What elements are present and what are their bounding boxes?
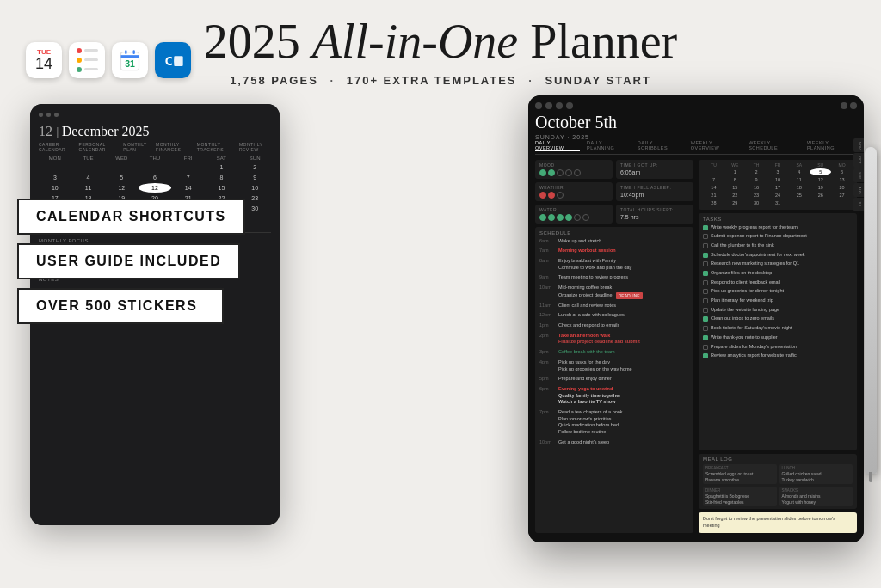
task-7: Respond to client feedback email <box>703 279 853 286</box>
weather-dot3 <box>557 192 564 199</box>
task-check-10 <box>703 308 708 313</box>
schedule-item-6am: 6am Wake up and stretch <box>539 238 689 245</box>
water-label: WATER <box>539 207 608 212</box>
schedule-item-12pm: 12pm Lunch at a cafe with colleagues <box>539 312 689 319</box>
task-text-8: Pick up groceries for dinner tonight <box>711 288 784 295</box>
side-tab-sep[interactable]: SEP <box>853 168 864 182</box>
event-10am-wrap: Mid-morning coffee break Organize projec… <box>558 285 643 299</box>
apple-calendar-icon: TUE 14 <box>26 42 62 78</box>
breakfast-box: BREAKFAST Scrambled eggs on toastBanana … <box>703 464 777 484</box>
schedule-item-8am: 8am Enjoy breakfast with FamilyCommute t… <box>539 258 689 271</box>
time-11am: 11am <box>539 303 555 308</box>
dot1: · <box>330 74 335 87</box>
task-text-11: Clean out inbox to zero emails <box>711 315 774 322</box>
task-text-6: Organize files on the desktop <box>711 270 772 277</box>
time-6pm: 6pm <box>539 386 555 391</box>
schedule-item-2pm: 2pm Take an afternoon walkFinalize proje… <box>539 333 689 346</box>
content-area: 12 | December 2025 CAREER CALENDAR PERSO… <box>0 95 881 551</box>
mood-tracker: MOOD <box>535 160 613 179</box>
schedule-section: SCHEDULE 6am Wake up and stretch 7am Mor… <box>535 227 693 533</box>
side-tab-aug[interactable]: AUG <box>853 183 864 198</box>
tl-nav: CAREER CALENDAR PERSONAL CALENDAR MONTHL… <box>39 142 271 152</box>
tab-weekly-schedule[interactable]: WEEKLY SCHEDULE <box>749 140 800 151</box>
schedule-item-5pm: 5pm Prepare and enjoy dinner <box>539 376 689 383</box>
mood-dots <box>539 169 608 176</box>
dinner-label: DINNER <box>705 488 774 493</box>
outlook-icon: O <box>155 42 191 78</box>
start-day: SUNDAY START <box>545 74 650 87</box>
reminders-icon <box>69 42 105 78</box>
tasks-section: TASKS Write weekly progress report for t… <box>699 213 857 451</box>
task-text-1: Write weekly progress report for the tea… <box>711 224 798 231</box>
tab-daily-scribbles[interactable]: DAILY SCRIBBLES <box>638 140 684 151</box>
side-tab-nov[interactable]: NOV <box>853 138 864 153</box>
mood-dot1 <box>539 169 546 176</box>
svg-rect-7 <box>174 56 183 66</box>
event-10am: Mid-morning coffee break <box>558 285 643 291</box>
task-4: Schedule doctor's appointment for next w… <box>703 252 853 259</box>
mch-th: TH <box>746 162 767 168</box>
tasks-title: TASKS <box>703 217 853 222</box>
tab-weekly-overview[interactable]: WEEKLY OVERVIEW <box>691 140 742 151</box>
schedule-item-7am: 7am Morning workout session <box>539 248 689 254</box>
event-4pm: Pick up tasks for the dayPick up groceri… <box>558 359 632 372</box>
app-icons-row: TUE 14 <box>26 42 191 78</box>
wd2 <box>548 214 555 221</box>
tr-topbar <box>535 102 857 109</box>
task-check-6 <box>703 271 708 276</box>
mini-calendar: TU WE TH FR SA SU MO 123456 78910111213 … <box>699 160 857 210</box>
wd5 <box>574 214 581 221</box>
task-text-14: Prepare slides for Monday's presentation <box>711 344 797 351</box>
time-7pm: 7pm <box>539 409 555 414</box>
schedule-title: SCHEDULE <box>539 230 689 236</box>
time-2pm: 2pm <box>539 333 555 338</box>
task-text-3: Call the plumber to fix the sink <box>711 242 774 249</box>
side-tab-oct[interactable]: OCT <box>853 153 864 167</box>
hours-slept-tracker: TOTAL HOURS SLEPT: 7.5 hrs <box>616 205 693 224</box>
th-thu: THU <box>139 156 171 161</box>
tab-daily-overview[interactable]: DAILY OVERVIEW <box>535 140 580 151</box>
wd4 <box>565 214 572 221</box>
time-1pm: 1pm <box>539 322 555 328</box>
templates-count: 170+ EXTRA TEMPLATES <box>347 74 517 87</box>
tr-date-sub: SUNDAY · 2025 <box>535 134 857 140</box>
hours-label: TOTAL HOURS SLEPT: <box>620 207 689 212</box>
tr-top-icons <box>535 102 573 109</box>
google-calendar-icon: 31 <box>112 42 148 78</box>
task-text-12: Book tickets for Saturday's movie night <box>711 325 792 332</box>
tl-nav-item: PERSONAL CALENDAR <box>79 142 119 152</box>
mch-we: WE <box>724 162 746 168</box>
rd3 <box>77 67 82 72</box>
task-check-15 <box>703 353 708 358</box>
tl-nav-item: MONTHLY REVIEW <box>239 142 271 152</box>
tl-dot3 <box>54 113 59 117</box>
fell-asleep-tracker: TIME I FELL ASLEEP: 10:45pm <box>616 182 693 201</box>
side-tab-jul[interactable]: JUL <box>853 198 864 211</box>
tl-cal-headers: MON TUE WED THU FRI SAT SUN <box>39 156 271 161</box>
meal-title: MEAL LOG <box>703 456 853 462</box>
tr-left-col: MOOD TIME I GOT UP: 6:05am <box>535 160 693 533</box>
schedule-item-10pm: 10pm Get a good night's sleep <box>539 439 689 446</box>
water-tracker: WATER <box>535 205 613 224</box>
event-7pm: Read a few chapters of a bookPlan tomorr… <box>558 409 623 436</box>
task-9: Plan itinerary for weekend trip <box>703 297 853 304</box>
time-12pm: 12pm <box>539 312 555 317</box>
meal-grid: BREAKFAST Scrambled eggs on toastBanana … <box>703 464 853 506</box>
svg-rect-4 <box>133 50 135 54</box>
tr-right-col: TU WE TH FR SA SU MO 123456 78910111213 … <box>699 160 857 533</box>
snacks-text: Almonds and raisinsYogurt with honey <box>782 493 851 505</box>
tl-topbar <box>39 113 271 117</box>
sleep-label: TIME I GOT UP: <box>620 162 689 168</box>
tab-daily-planning[interactable]: DAILY PLANNING <box>587 140 631 151</box>
event-9am: Team meeting to review progress <box>558 274 628 281</box>
task-check-5 <box>703 261 708 266</box>
rb2 <box>84 58 98 61</box>
event-10am-b: Organize project deadline <box>558 292 613 299</box>
task-text-5: Research new marketing strategies for Q1 <box>711 260 799 267</box>
mini-cal-headers: TU WE TH FR SA SU MO <box>703 162 853 168</box>
rl1 <box>77 48 98 53</box>
reminder-lines <box>77 48 98 72</box>
tab-weekly-planning[interactable]: WEEKLY PLANNING <box>807 140 857 151</box>
mood-dot4 <box>565 169 572 176</box>
tr-main-grid: MOOD TIME I GOT UP: 6:05am <box>535 160 857 533</box>
